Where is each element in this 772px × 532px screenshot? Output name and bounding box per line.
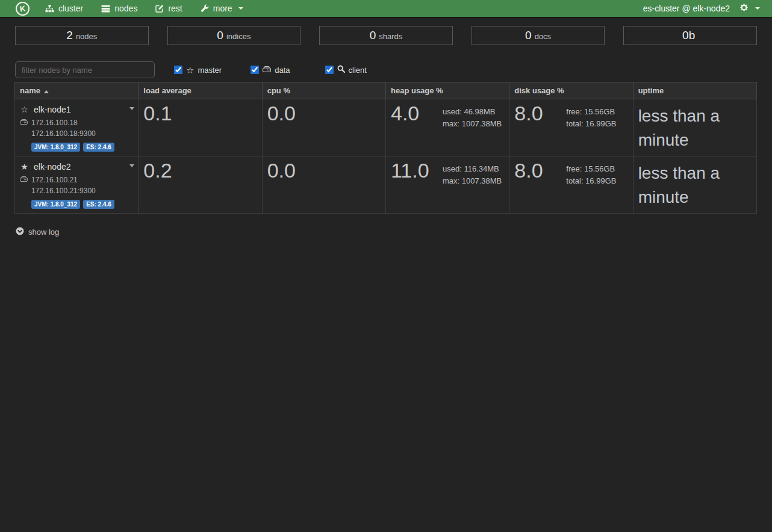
filter-row: ☆ master data client (15, 61, 757, 78)
server-icon (101, 5, 110, 13)
load-average-cell: 0.1 (139, 99, 262, 156)
stat-value: 0 (217, 29, 223, 42)
column-header-heap-usage: heap usage % (385, 82, 509, 99)
chevron-circle-down-icon (16, 227, 24, 237)
client-checkbox[interactable] (325, 66, 334, 74)
navbar-right: es-cluster @ elk-node2 (643, 3, 760, 14)
heap-max: max: 1007.38MB (443, 175, 502, 187)
node-actions-dropdown[interactable] (129, 164, 134, 167)
star-outline-icon: ☆ (186, 66, 194, 75)
stat-label: indices (226, 32, 251, 41)
nav-item-nodes[interactable]: nodes (101, 4, 137, 13)
disk-usage-cell: 8.0 free: 15.56GB total: 16.99GB (509, 99, 633, 156)
stat-value: 0 (370, 29, 376, 42)
table-row: ★ elk-node2 172.16.100.21 172.16.100.21:… (15, 156, 757, 214)
filter-checkbox-master[interactable]: ☆ master (174, 66, 222, 75)
filter-checkbox-data[interactable]: data (251, 66, 290, 75)
data-checkbox[interactable] (251, 66, 259, 74)
jvm-version-badge: JVM: 1.8.0_312 (31, 200, 80, 209)
heap-details: used: 116.34MB max: 1007.38MB (443, 160, 502, 187)
heap-used: used: 116.34MB (443, 163, 502, 175)
hdd-icon (263, 66, 271, 75)
nav-item-cluster[interactable]: cluster (45, 4, 83, 13)
disk-free: free: 15.56GB (566, 163, 616, 175)
cpu-cell: 0.0 (262, 99, 385, 156)
stat-indices: 0 indices (167, 26, 301, 45)
node-badges: JVM: 1.8.0_312 ES: 2.4.6 (31, 143, 133, 152)
checkbox-label: master (198, 66, 222, 75)
node-ip-line: 172.16.100.18 (20, 119, 133, 127)
stat-label: docs (535, 32, 551, 41)
column-header-disk-usage: disk usage % (509, 82, 633, 99)
stat-size: 0b (623, 26, 757, 45)
column-header-name[interactable]: name (15, 82, 139, 99)
gear-icon (739, 3, 749, 14)
heap-usage-cell: 11.0 used: 116.34MB max: 1007.38MB (385, 156, 509, 214)
column-header-label: load average (143, 86, 191, 95)
nav-item-label: cluster (58, 4, 83, 13)
disk-percent-value: 8.0 (514, 103, 566, 130)
column-header-label: heap usage % (391, 86, 443, 95)
hdd-icon (20, 176, 28, 184)
nav-item-more[interactable]: more (201, 4, 243, 13)
column-header-cpu: cpu % (262, 82, 385, 99)
checkbox-label: data (275, 66, 290, 75)
kopf-logo[interactable]: K (15, 1, 31, 16)
nav-item-label: more (213, 4, 232, 13)
disk-total: total: 16.99GB (566, 175, 616, 187)
stat-value: 2 (66, 29, 73, 42)
node-ip: 172.16.100.18 (31, 119, 78, 127)
node-actions-dropdown[interactable] (129, 107, 134, 110)
load-average-value: 0.2 (143, 160, 257, 182)
es-version-badge: ES: 2.4.6 (83, 200, 114, 209)
node-filter-input[interactable] (15, 61, 155, 78)
node-ip: 172.16.100.21 (31, 176, 78, 184)
disk-usage-cell: 8.0 free: 15.56GB total: 16.99GB (509, 156, 633, 214)
es-version-badge: ES: 2.4.6 (83, 143, 114, 152)
stat-value: 0b (682, 29, 695, 42)
sitemap-icon (45, 5, 54, 13)
jvm-version-badge: JVM: 1.8.0_312 (31, 143, 80, 152)
stat-label: shards (379, 32, 402, 41)
column-header-label: uptime (638, 86, 664, 95)
node-badges: JVM: 1.8.0_312 ES: 2.4.6 (31, 200, 133, 209)
nav-item-label: rest (168, 4, 182, 13)
heap-percent-value: 4.0 (391, 103, 443, 130)
settings-menu[interactable] (739, 3, 760, 14)
load-average-cell: 0.2 (139, 156, 262, 214)
chevron-down-icon (238, 7, 243, 10)
cpu-value: 0.0 (267, 103, 381, 125)
column-header-label: name (20, 86, 40, 95)
stat-shards: 0 shards (319, 26, 453, 45)
uptime-cell: less than a minute (633, 156, 756, 214)
heap-percent-value: 11.0 (391, 160, 443, 187)
edit-icon (155, 4, 164, 13)
load-average-value: 0.1 (143, 103, 257, 125)
node-name-cell: ★ elk-node2 172.16.100.21 172.16.100.21:… (15, 156, 139, 214)
cpu-value: 0.0 (267, 160, 381, 182)
node-name-cell: ☆ elk-node1 172.16.100.18 172.16.100.18:… (15, 99, 139, 156)
nodes-table: name load average cpu % heap usage % dis… (14, 82, 757, 214)
star-filled-icon: ★ (20, 162, 29, 171)
column-header-label: cpu % (267, 86, 290, 95)
column-header-load-average: load average (139, 82, 262, 99)
master-checkbox[interactable] (174, 66, 182, 74)
node-name: elk-node2 (34, 162, 71, 172)
heap-usage-cell: 4.0 used: 46.98MB max: 1007.38MB (385, 99, 509, 156)
star-outline-icon: ☆ (20, 105, 29, 114)
search-icon (337, 65, 345, 75)
heap-max: max: 1007.38MB (443, 118, 502, 130)
nav-item-rest[interactable]: rest (155, 4, 182, 13)
filter-checkbox-client[interactable]: client (325, 65, 367, 75)
chevron-down-icon (755, 7, 760, 10)
cluster-stats: 2 nodes 0 indices 0 shards 0 docs 0b (15, 26, 757, 45)
node-ip-line: 172.16.100.21 (20, 176, 133, 184)
node-name: elk-node1 (34, 105, 71, 114)
show-log-toggle[interactable]: show log (16, 227, 59, 237)
nav-item-label: nodes (114, 4, 137, 13)
stat-docs: 0 docs (472, 26, 605, 45)
disk-percent-value: 8.0 (514, 160, 566, 187)
stat-label: nodes (76, 32, 97, 41)
heap-used: used: 46.98MB (443, 106, 502, 118)
node-transport-address: 172.16.100.21:9300 (31, 187, 133, 195)
